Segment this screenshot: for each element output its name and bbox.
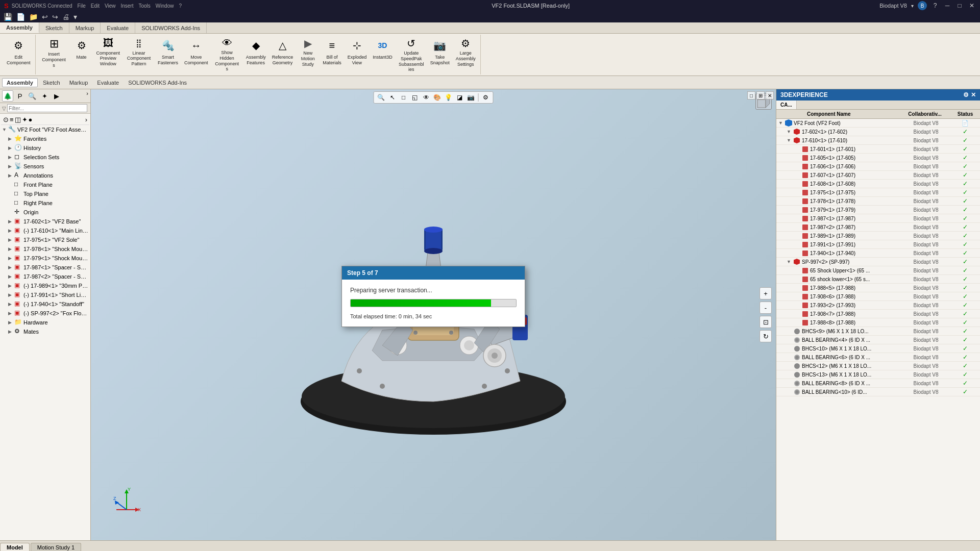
ct-row-17602[interactable]: ▼ 17-602<1> (17-602) Biodapt V8 ✓ [776,128,980,136]
ct-row-17988-7[interactable]: 17-908<7> (17-988) Biodapt V8 ✓ [776,310,980,318]
rp-close[interactable]: ✕ [971,91,976,98]
left-tab-config[interactable]: ✦ [39,90,50,102]
left-tab-search[interactable]: 🔍 [27,90,38,102]
nav-rotate[interactable]: ↻ [760,330,772,342]
dropdown-arrow[interactable]: ▾ [911,3,914,9]
vp-appearance[interactable]: 🎨 [432,92,443,103]
collapse-arrow[interactable]: › [86,90,88,102]
menu-window[interactable]: Window [156,3,174,9]
col-collab-header[interactable]: Collaborativ... [899,111,950,117]
tree-item-front-plane[interactable]: □ Front Plane [7,180,89,189]
ct-row-17993[interactable]: 17-993<2> (17-993) Biodapt V8 ✓ [776,301,980,310]
ct-row-17606[interactable]: 17-606<1> (17-606) Biodapt V8 ✓ [776,162,980,171]
btn-move-component[interactable]: ↔ MoveComponent [182,36,211,68]
ct-row-17605[interactable]: 17-605<1> (17-605) Biodapt V8 ✓ [776,154,980,162]
qat-save[interactable]: 💾 [2,12,14,21]
tab-motion-study[interactable]: Motion Study 1 [31,543,81,551]
tree-item-17602[interactable]: ▶ ▣ 17-602<1> "VF2 Base" [7,217,89,226]
btn-bom[interactable]: ≡ Bill ofMaterials [320,36,344,68]
tree-item-favorites[interactable]: ▶ ⭐ Favorites [7,134,89,143]
qat-undo[interactable]: ↩ [40,12,50,21]
mode-sketch[interactable]: Sketch [39,79,64,87]
btn-edit-component[interactable]: ⚙ EditComponent [4,36,33,68]
tree-icon-arrow[interactable]: › [85,116,87,123]
btn-exploded-view[interactable]: ⊹ ExplodedView [345,36,370,68]
maximize-button[interactable]: □ [955,2,964,10]
tree-item-mates[interactable]: ▶ ⚙ Mates [7,327,89,336]
nav-zoom-out[interactable]: - [760,302,772,314]
ct-row-17989r[interactable]: 17-989<1> (17-989) Biodapt V8 ✓ [776,232,980,240]
ct-row-17608[interactable]: 17-608<1> (17-608) Biodapt V8 ✓ [776,180,980,188]
vp-hide-show[interactable]: 👁 [421,92,431,103]
ct-row-bb6[interactable]: BALL BEARING<6> (6 ID X ... Biodapt V8 ✓ [776,353,980,362]
tree-item-hardware[interactable]: ▶ 📁 Hardware [7,318,89,327]
tree-icon-2[interactable]: ≡ [10,116,14,123]
btn-instant3d[interactable]: 3D Instant3D [370,36,395,68]
ct-row-bb10[interactable]: BALL BEARING<10> (6 ID... Biodapt V8 ✓ [776,388,980,396]
tab-evaluate[interactable]: Evaluate [101,22,135,33]
ct-row-17610[interactable]: ▼ 17-610<1> (17-610) Biodapt V8 ✓ [776,136,980,145]
btn-insert-components[interactable]: ⊞ InsertComponents [39,36,69,68]
tree-item-17978[interactable]: ▶ ▣ 17-978<1> "Shock Mount - Lowe [7,244,89,254]
tree-item-history[interactable]: ▶ 🕐 History [7,143,89,153]
menu-file[interactable]: File [78,3,86,9]
rp-tab-ca[interactable]: CA... [776,101,797,109]
vp-view-settings[interactable]: ⚙ [481,92,491,103]
user-avatar[interactable]: B [918,1,927,10]
left-tab-nav[interactable]: ▶ [51,90,62,102]
qat-new[interactable]: 📄 [15,12,27,21]
ct-row-bhcs10[interactable]: BHCS<10> (M6 X 1 X 18 LO... Biodapt V8 ✓ [776,344,980,353]
ct-row-17991r[interactable]: 17-991<1> (17-991) Biodapt V8 ✓ [776,240,980,249]
mode-evaluate[interactable]: Evaluate [93,79,123,87]
tab-model[interactable]: Model [0,543,30,551]
tree-item-17987-1[interactable]: ▶ ▣ 17-987<1> "Spacer - Sole" [7,263,89,272]
qat-options[interactable]: ▾ [72,12,79,21]
ct-row-65upper[interactable]: 65 Shock Upper<1> (65 ... Biodapt V8 ✓ [776,266,980,275]
vp-section[interactable]: ◪ [455,92,465,103]
btn-update-speedpak[interactable]: ↺ UpdateSpeedPakSubassemblies [396,36,427,68]
tab-markup[interactable]: Markup [69,22,101,33]
tree-icon-4[interactable]: ✦ [22,116,28,123]
ct-row-bb4[interactable]: BALL BEARING<4> (6 ID X ... Biodapt V8 ✓ [776,336,980,344]
ct-row-17988-8[interactable]: 17-988<8> (17-988) Biodapt V8 ✓ [776,318,980,327]
ct-row-17988-6[interactable]: 17-908<6> (17-988) Biodapt V8 ✓ [776,292,980,301]
left-tab-tree[interactable]: 🌲 [2,90,13,102]
vp-display-style[interactable]: ◱ [410,92,420,103]
ct-row-17940r[interactable]: 17-940<1> (17-940) Biodapt V8 ✓ [776,249,980,258]
mode-markup[interactable]: Markup [65,79,92,87]
tree-item-top-plane[interactable]: □ Top Plane [7,189,89,198]
vp-lighting[interactable]: 💡 [444,92,454,103]
tree-icon-3[interactable]: ◫ [15,116,21,123]
tab-addins[interactable]: SOLIDWORKS Add-Ins [135,22,207,33]
tree-item-17610[interactable]: ▶ ▣ (-) 17-610<1> "Main Linkage Asse [7,226,89,235]
btn-linear-pattern[interactable]: ⣿ Linear ComponentPattern [124,36,154,68]
mode-assembly[interactable]: Assembly [2,78,38,87]
btn-show-hidden[interactable]: 👁 ShowHiddenComponents [212,36,242,68]
col-name-header[interactable]: Component Name [807,111,897,117]
tree-item-17989[interactable]: ▶ ▣ (-) 17-989<1> "30mm Pylon Clar [7,281,89,290]
ct-row-bhcs13[interactable]: BHCS<13> (M6 X 1 X 18 LO... Biodapt V8 ✓ [776,370,980,379]
ct-row-17978[interactable]: 17-978<1> (17-978) Biodapt V8 ✓ [776,197,980,206]
qat-open[interactable]: 📁 [28,12,39,21]
tree-item-17991[interactable]: ▶ ▣ (-) 17-991<1> "Short Linkage" [7,290,89,299]
btn-smart-fasteners[interactable]: 🔩 SmartFasteners [155,36,181,68]
ct-row-bhcs9[interactable]: BHCS<9> (M6 X 1 X 18 LO... Biodapt V8 ✓ [776,327,980,336]
ct-row-root[interactable]: ▼ VF2 Foot (VF2 Foot) Biodapt V8 📄 [776,119,980,128]
ct-row-17601[interactable]: 17-601<1> (17-601) Biodapt V8 ✓ [776,145,980,154]
tree-root[interactable]: ▼ 🔧 VF2 Foot "VF2 Foot Assembly" () [1,125,89,134]
tree-item-17979[interactable]: ▶ ▣ 17-979<1> "Shock Mount - Lowe [7,254,89,263]
menu-tools[interactable]: Tools [138,3,150,9]
ct-row-17987-1r[interactable]: 17-987<1> (17-987) Biodapt V8 ✓ [776,214,980,223]
tab-assembly[interactable]: Assembly [0,22,39,33]
ct-row-17987-2r[interactable]: 17-987<2> (17-987) Biodapt V8 ✓ [776,223,980,232]
viewport-tile[interactable]: ⊞ [756,91,765,99]
close-button[interactable]: ✕ [968,2,976,10]
viewport-close[interactable]: ✕ [766,91,774,99]
help-button[interactable]: ? [931,2,939,10]
tree-item-right-plane[interactable]: □ Right Plane [7,198,89,208]
col-status-header[interactable]: Status [952,111,978,117]
btn-component-preview[interactable]: 🖼 ComponentPreviewWindow [94,36,123,68]
viewport-expand[interactable]: □ [747,91,755,99]
ct-row-17975[interactable]: 17-975<1> (17-975) Biodapt V8 ✓ [776,188,980,197]
ct-row-17988-5[interactable]: 17-988<5> (17-988) Biodapt V8 ✓ [776,284,980,292]
